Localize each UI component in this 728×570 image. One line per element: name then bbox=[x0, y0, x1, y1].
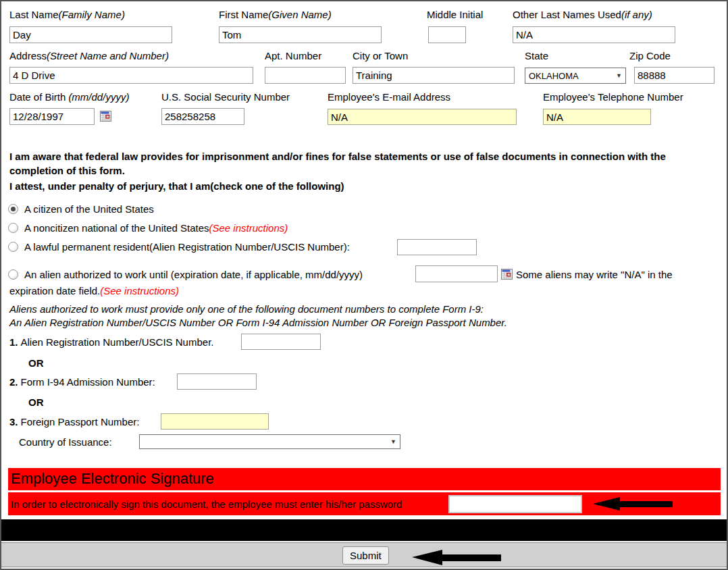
see-instructions-link[interactable]: (See instructions) bbox=[209, 222, 288, 234]
first-name-label-text: First Name bbox=[219, 9, 268, 20]
dob-label-note: (mm/dd/yyyy) bbox=[68, 91, 129, 103]
last-name-label-text: Last Name bbox=[9, 9, 59, 20]
left-arrow-icon bbox=[593, 496, 673, 513]
dob-input[interactable] bbox=[9, 108, 95, 125]
middle-initial-label: Middle Initial bbox=[427, 9, 483, 20]
state-select-value: OKLAHOMA bbox=[529, 71, 579, 81]
calendar-icon[interactable] bbox=[100, 111, 111, 122]
phone-label: Employee's Telephone Number bbox=[543, 91, 683, 103]
first-name-label: First Name(Given Name) bbox=[219, 9, 332, 20]
zip-label: Zip Code bbox=[629, 50, 671, 61]
address-label: Address(Street Name and Number) bbox=[9, 50, 169, 61]
state-select[interactable]: OKLAHOMA ▼ bbox=[525, 68, 626, 84]
item3-text: Foreign Passport Number: bbox=[21, 416, 140, 428]
left-arrow-icon bbox=[412, 549, 501, 569]
item3-number: 3. bbox=[9, 416, 18, 428]
calendar-icon[interactable] bbox=[501, 269, 513, 280]
item1-text: Alien Registration Number/USCIS Number. bbox=[21, 336, 214, 348]
other-last-names-label: Other Last Names Used(if any) bbox=[513, 9, 652, 20]
i94-number-input[interactable] bbox=[177, 373, 257, 390]
email-label: Employee's E-mail Address bbox=[328, 91, 450, 103]
or-divider: OR bbox=[28, 396, 44, 408]
city-label: City or Town bbox=[353, 50, 408, 61]
dob-label: Date of Birth(mm/dd/yyyy) bbox=[9, 91, 129, 103]
federal-law-warning: I am aware that federal law provides for… bbox=[9, 149, 712, 178]
or-divider: OR bbox=[28, 357, 44, 369]
dob-label-text: Date of Birth bbox=[9, 91, 66, 103]
radio-citizen[interactable] bbox=[8, 204, 18, 214]
work-expiration-date-input[interactable] bbox=[415, 265, 498, 282]
signature-instruction: In order to electronically sign this doc… bbox=[11, 498, 402, 510]
signature-section-title: Employee Electronic Signature bbox=[8, 468, 721, 490]
apt-number-label: Apt. Number bbox=[265, 50, 321, 61]
first-name-label-note: (Given Name) bbox=[268, 9, 331, 20]
radio-alien-authorized-label: An alien authorized to work until (expir… bbox=[24, 269, 363, 280]
foreign-passport-input[interactable] bbox=[161, 413, 269, 430]
aliens-note-line2: An Alien Registration Number/USCIS Numbe… bbox=[9, 317, 507, 328]
radio-noncitizen-national[interactable] bbox=[8, 223, 18, 233]
last-name-label: Last Name(Family Name) bbox=[9, 9, 125, 20]
i94-number-label: 2.Form I-94 Admission Number: bbox=[9, 376, 155, 388]
last-name-input[interactable] bbox=[9, 26, 172, 43]
item2-number: 2. bbox=[9, 376, 18, 388]
i9-employee-form: Last Name(Family Name) First Name(Given … bbox=[0, 0, 728, 570]
alien-reg-number-input[interactable] bbox=[241, 334, 321, 350]
apt-number-input[interactable] bbox=[265, 67, 346, 84]
radio-noncitizen-national-text: A noncitizen national of the United Stat… bbox=[24, 222, 209, 234]
chevron-down-icon: ▼ bbox=[390, 438, 396, 445]
attest-instruction: I attest, under penalty of perjury, that… bbox=[9, 180, 344, 192]
ssn-label: U.S. Social Security Number bbox=[161, 91, 290, 103]
aliens-note-line1: Aliens authorized to work must provide o… bbox=[9, 303, 484, 315]
state-label: State bbox=[525, 50, 548, 61]
ssn-input[interactable] bbox=[161, 108, 244, 125]
expiration-note-text: expiration date field. bbox=[9, 285, 100, 296]
submit-button[interactable]: Submit bbox=[342, 546, 389, 565]
item1-number: 1. bbox=[9, 336, 18, 348]
city-input[interactable] bbox=[353, 67, 515, 84]
other-last-names-input[interactable] bbox=[513, 26, 675, 43]
alien-reg-number-label: 1.Alien Registration Number/USCIS Number… bbox=[9, 336, 213, 348]
other-last-names-label-note: (if any) bbox=[621, 9, 652, 20]
country-of-issuance-select[interactable]: ▼ bbox=[139, 434, 400, 449]
address-label-note: (Street Name and Number) bbox=[47, 50, 169, 61]
alien-na-note: Some aliens may write "N/A" in the bbox=[516, 269, 673, 280]
other-last-names-label-text: Other Last Names Used bbox=[513, 9, 621, 20]
signature-password-input[interactable] bbox=[448, 495, 582, 513]
zip-input[interactable] bbox=[634, 67, 714, 84]
foreign-passport-label: 3.Foreign Passport Number: bbox=[9, 416, 139, 428]
address-input[interactable] bbox=[9, 67, 253, 84]
first-name-input[interactable] bbox=[219, 26, 382, 43]
item2-text: Form I-94 Admission Number: bbox=[21, 376, 155, 388]
radio-lawful-permanent-resident-label: A lawful permanent resident(Alien Regist… bbox=[24, 241, 350, 253]
last-name-label-note: (Family Name) bbox=[59, 9, 125, 20]
radio-lawful-permanent-resident[interactable] bbox=[8, 242, 18, 252]
email-input[interactable] bbox=[328, 109, 517, 125]
see-instructions-link[interactable]: (See instructions) bbox=[100, 285, 179, 296]
middle-initial-input[interactable] bbox=[428, 26, 466, 43]
radio-alien-authorized[interactable] bbox=[8, 269, 18, 280]
expiration-date-field-note: expiration date field.(See instructions) bbox=[9, 285, 179, 296]
alien-reg-number-option-input[interactable] bbox=[397, 239, 477, 255]
phone-input[interactable] bbox=[543, 109, 651, 125]
chevron-down-icon: ▼ bbox=[616, 72, 622, 79]
footer-bar: Submit bbox=[1, 542, 727, 567]
radio-noncitizen-national-label: A noncitizen national of the United Stat… bbox=[24, 222, 288, 234]
radio-citizen-label: A citizen of the United States bbox=[24, 203, 154, 215]
country-of-issuance-label: Country of Issuance: bbox=[19, 436, 112, 448]
black-separator-bar bbox=[1, 519, 727, 541]
signature-password-row: In order to electronically sign this doc… bbox=[8, 492, 721, 515]
address-label-text: Address bbox=[9, 50, 47, 61]
